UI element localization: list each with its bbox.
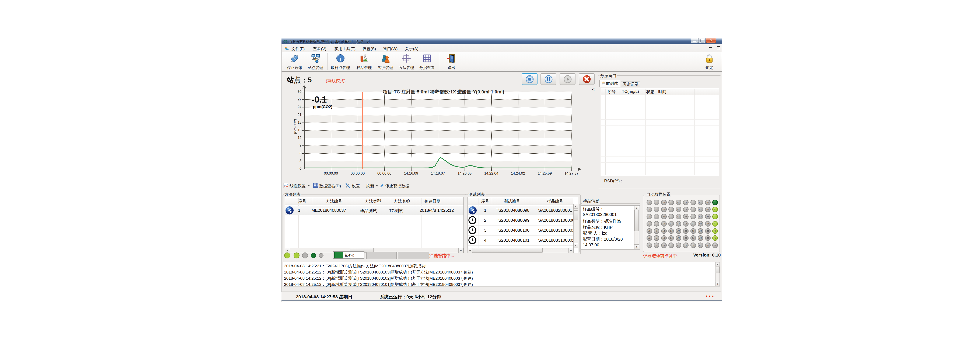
- svg-text:i: i: [340, 55, 342, 62]
